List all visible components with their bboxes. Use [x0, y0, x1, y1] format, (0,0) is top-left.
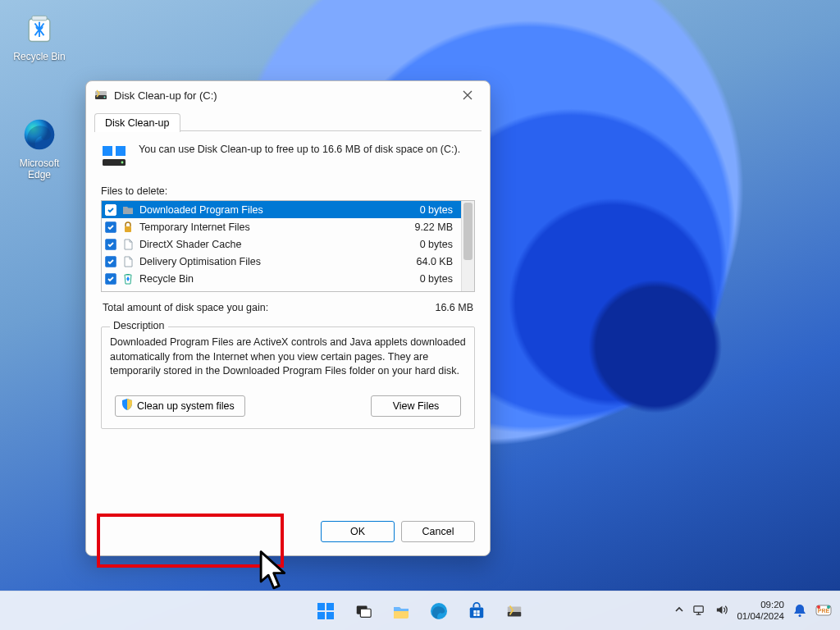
tab-disk-cleanup[interactable]: Disk Clean-up — [94, 113, 180, 132]
close-button[interactable] — [454, 84, 482, 107]
row-name: DirectX Shader Cache — [139, 239, 394, 250]
edge-taskbar-button[interactable] — [422, 595, 455, 628]
taskbar-clock[interactable]: 09:20 01/04/2024 — [737, 600, 784, 621]
checkbox[interactable] — [105, 239, 116, 250]
network-icon[interactable] — [692, 603, 706, 619]
list-row[interactable]: DirectX Shader Cache0 bytes — [102, 235, 461, 253]
svg-point-30 — [827, 605, 830, 609]
window-title: Disk Clean-up for (C:) — [114, 89, 217, 102]
row-size: 0 bytes — [399, 204, 456, 216]
folder-icon — [121, 203, 135, 217]
edge-icon — [20, 115, 59, 154]
recycle-icon — [121, 272, 135, 285]
lock-icon — [121, 221, 135, 234]
volume-icon[interactable] — [714, 603, 728, 619]
row-size: 64.0 KB — [399, 256, 456, 267]
drive-cleanup-icon — [94, 89, 107, 102]
description-group: Description Downloaded Program Files are… — [101, 326, 475, 429]
disk-cleanup-window: Disk Clean-up for (C:) Disk Clean-up You… — [85, 80, 491, 556]
svg-rect-7 — [116, 146, 126, 156]
svg-rect-24 — [508, 606, 522, 611]
svg-rect-16 — [360, 609, 371, 617]
row-name: Temporary Internet Files — [139, 221, 394, 233]
checkbox[interactable] — [105, 273, 116, 285]
shield-icon — [121, 398, 134, 413]
svg-rect-12 — [326, 603, 334, 610]
svg-rect-21 — [473, 613, 476, 615]
desktop-icon-recycle-bin[interactable]: Recycle Bin — [8, 8, 71, 62]
clock-time: 09:20 — [737, 600, 784, 610]
list-row[interactable]: Delivery Optimisation Files64.0 KB — [102, 253, 461, 270]
svg-rect-20 — [477, 610, 479, 613]
svg-rect-11 — [317, 603, 325, 610]
svg-rect-19 — [473, 610, 476, 613]
checkbox[interactable] — [105, 221, 116, 233]
disk-cleanup-taskbar-button[interactable] — [498, 595, 531, 628]
svg-rect-10 — [125, 226, 131, 232]
button-label: Clean up system files — [137, 400, 235, 412]
list-row[interactable]: Temporary Internet Files9.22 MB — [102, 218, 461, 235]
svg-rect-22 — [477, 613, 479, 615]
recycle-bin-icon — [20, 8, 59, 48]
row-name: Delivery Optimisation Files — [139, 256, 394, 267]
files-listbox[interactable]: Downloaded Program Files0 bytesTemporary… — [101, 200, 475, 292]
row-size: 0 bytes — [399, 239, 456, 250]
store-button[interactable] — [460, 595, 493, 628]
svg-rect-25 — [694, 606, 703, 613]
tray-overflow-button[interactable] — [674, 605, 684, 617]
dev-badge-icon[interactable]: PRE — [815, 602, 832, 620]
desktop-icon-edge[interactable]: Microsoft Edge — [8, 115, 71, 180]
tabstrip: Disk Clean-up — [86, 109, 490, 131]
system-tray[interactable] — [692, 603, 728, 619]
start-button[interactable] — [309, 595, 342, 628]
svg-rect-4 — [95, 91, 107, 95]
file-explorer-button[interactable] — [385, 595, 418, 628]
svg-point-5 — [104, 97, 106, 98]
intro-text: You can use Disk Clean-up to free up to … — [139, 143, 460, 171]
svg-point-9 — [121, 162, 124, 164]
taskview-button[interactable] — [347, 595, 380, 628]
listbox-scrollbar[interactable] — [461, 201, 474, 291]
file-icon — [121, 238, 135, 251]
clock-date: 01/04/2024 — [737, 611, 784, 622]
desktop-icon-label: Recycle Bin — [8, 51, 71, 62]
description-legend: Description — [110, 320, 168, 331]
files-to-delete-label: Files to delete: — [101, 185, 475, 197]
checkbox[interactable] — [105, 204, 116, 216]
scrollbar-thumb[interactable] — [463, 203, 472, 260]
checkbox[interactable] — [105, 256, 116, 267]
svg-rect-18 — [470, 607, 484, 618]
total-value: 16.6 MB — [435, 302, 473, 313]
ok-button[interactable]: OK — [321, 521, 395, 542]
row-name: Downloaded Program Files — [139, 204, 394, 216]
file-icon — [121, 255, 135, 268]
svg-rect-13 — [317, 612, 325, 619]
notifications-button[interactable] — [792, 603, 807, 619]
row-size: 0 bytes — [399, 273, 456, 285]
cancel-button[interactable]: Cancel — [401, 521, 475, 542]
cleanup-system-files-button[interactable]: Clean up system files — [115, 395, 245, 417]
svg-rect-1 — [32, 16, 47, 20]
desktop: Recycle Bin Microsoft Edge Disk Clean-up… — [0, 0, 840, 630]
description-text: Downloaded Program Files are ActiveX con… — [110, 336, 466, 379]
taskbar: 09:20 01/04/2024 PRE — [0, 591, 840, 630]
taskbar-center — [309, 595, 531, 628]
svg-rect-6 — [103, 146, 112, 156]
titlebar[interactable]: Disk Clean-up for (C:) — [86, 81, 490, 109]
total-label: Total amount of disk space you gain: — [103, 302, 268, 313]
svg-point-29 — [817, 605, 820, 609]
svg-rect-14 — [326, 612, 334, 619]
svg-text:PRE: PRE — [818, 608, 830, 614]
svg-point-26 — [799, 614, 801, 617]
desktop-icon-label: Microsoft Edge — [8, 158, 71, 180]
drive-icon — [101, 143, 129, 171]
list-row[interactable]: Recycle Bin0 bytes — [102, 270, 461, 287]
row-size: 9.22 MB — [399, 221, 456, 233]
view-files-button[interactable]: View Files — [371, 395, 461, 417]
row-name: Recycle Bin — [139, 273, 394, 285]
list-row[interactable]: Downloaded Program Files0 bytes — [102, 201, 461, 218]
